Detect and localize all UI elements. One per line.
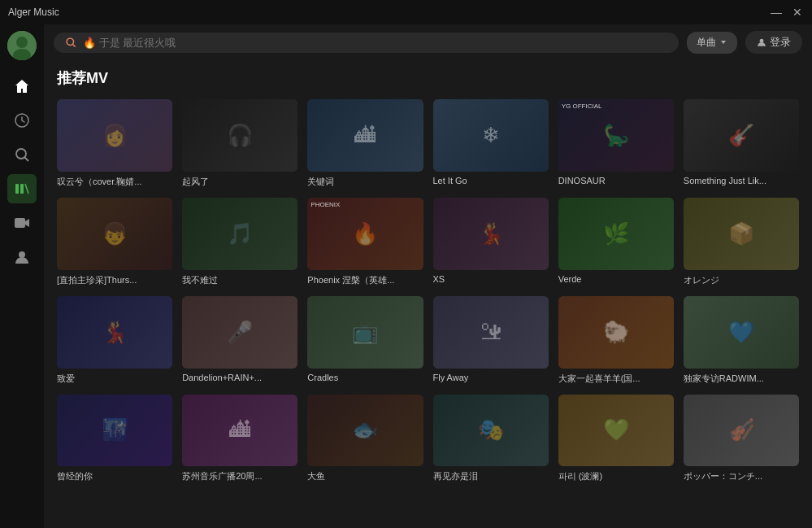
mv-card[interactable]: 📦オレンジ [684, 198, 799, 286]
mv-card[interactable]: 💃致爱 [57, 296, 172, 385]
mv-title: 大家一起喜羊羊(国... [558, 373, 674, 385]
mv-title: 独家专访RADWIM... [684, 373, 799, 385]
login-button[interactable]: 登录 [745, 31, 802, 54]
svg-point-1 [16, 37, 28, 48]
mv-title: 曾经的你 [57, 470, 172, 482]
sidebar-video[interactable] [7, 208, 37, 238]
mv-title: Verde [558, 274, 674, 284]
svg-point-4 [16, 149, 26, 159]
svg-line-11 [72, 44, 75, 46]
mv-card[interactable]: 🌿Verde [558, 198, 674, 286]
window-controls: — ✕ [770, 6, 804, 19]
mv-card[interactable]: 🎻ポッパー：コンチ... [684, 395, 799, 483]
svg-rect-7 [20, 184, 24, 194]
svg-point-10 [67, 38, 73, 45]
searchbar: 单曲 登录 [44, 24, 812, 60]
mv-title: Something Just Lik... [684, 176, 799, 185]
mv-card[interactable]: ❄Let It Go [433, 99, 549, 188]
mv-card[interactable]: 🏙苏州音乐广播20周... [182, 395, 297, 483]
search-input[interactable] [83, 37, 667, 49]
mv-title: Cradles [307, 373, 423, 382]
sidebar-home[interactable] [7, 72, 37, 101]
search-input-wrap[interactable] [54, 33, 679, 53]
mv-title: 关键词 [307, 176, 423, 188]
main-scroll[interactable]: 推荐MV 👩叹云兮（cover.鞠婧...🎧起风了🏙关键词❄Let It Go🦕… [44, 60, 812, 528]
mv-card[interactable]: 💚파리 (波澜) [558, 395, 674, 483]
search-icon [65, 37, 76, 48]
mv-title: XS [433, 274, 549, 284]
mv-title: Dandelion+RAIN+... [182, 373, 297, 382]
search-type-button[interactable]: 单曲 [687, 32, 737, 54]
mv-title: ポッパー：コンチ... [684, 470, 799, 482]
content-area: 单曲 登录 推荐MV 👩叹云兮（cover.鞠婧...🎧起风了🏙关键词❄Let … [44, 24, 812, 528]
sidebar-profile[interactable] [7, 242, 37, 272]
mv-card[interactable]: 🎸Something Just Lik... [684, 99, 799, 188]
mv-title: 苏州音乐广播20周... [182, 470, 297, 482]
mv-title: 叹云兮（cover.鞠婧... [57, 176, 172, 188]
mv-card[interactable]: 🐑大家一起喜羊羊(国... [558, 296, 674, 385]
mv-title: 파리 (波澜) [558, 470, 674, 482]
avatar[interactable] [7, 31, 37, 60]
mv-card[interactable]: 🎭再见亦是泪 [433, 395, 549, 483]
mv-card[interactable]: 🌃曾经的你 [57, 395, 172, 483]
mv-card[interactable]: 🦕YG OFFICIALDINOSAUR [558, 99, 674, 188]
mv-title: 起风了 [182, 176, 297, 188]
sidebar-search[interactable] [7, 140, 37, 169]
mv-card[interactable]: 🎧起风了 [182, 99, 297, 188]
titlebar: Alger Music — ✕ [0, 0, 812, 24]
svg-point-9 [19, 251, 25, 258]
mv-title: Phoenix 涅槃（英雄... [307, 274, 423, 286]
mv-title: Let It Go [433, 176, 549, 185]
minimize-button[interactable]: — [770, 6, 783, 19]
sidebar-library[interactable] [7, 174, 37, 203]
mv-title: 再见亦是泪 [433, 470, 549, 482]
svg-point-12 [760, 39, 764, 43]
mv-card[interactable]: 💃XS [433, 198, 549, 286]
svg-rect-8 [15, 218, 25, 228]
mv-title: 我不难过 [182, 274, 297, 286]
mv-card[interactable]: 🐟大鱼 [307, 395, 423, 483]
mv-title: 大鱼 [307, 470, 423, 482]
sidebar-recent[interactable] [7, 106, 37, 135]
section-title: 推荐MV [57, 68, 799, 88]
close-button[interactable]: ✕ [791, 6, 804, 19]
mv-card[interactable]: 🏜Fly Away [433, 296, 549, 385]
chevron-down-icon [719, 38, 727, 46]
app-title: Alger Music [8, 7, 59, 18]
mv-title: 致爱 [57, 373, 172, 385]
mv-card[interactable]: 💙独家专访RADWIM... [684, 296, 799, 385]
mv-card[interactable]: 👦[直拍主珍采]Thurs... [57, 198, 172, 286]
svg-line-5 [25, 158, 29, 162]
mv-title: オレンジ [684, 274, 799, 286]
mv-grid: 👩叹云兮（cover.鞠婧...🎧起风了🏙关键词❄Let It Go🦕YG OF… [57, 99, 799, 482]
mv-card[interactable]: 🔥PHOENIXPhoenix 涅槃（英雄... [307, 198, 423, 286]
app-body: 单曲 登录 推荐MV 👩叹云兮（cover.鞠婧...🎧起风了🏙关键词❄Let … [0, 24, 812, 528]
mv-card[interactable]: 🎤Dandelion+RAIN+... [182, 296, 297, 385]
svg-rect-6 [15, 184, 19, 194]
mv-card[interactable]: 🏙关键词 [307, 99, 423, 188]
mv-title: Fly Away [433, 373, 549, 382]
mv-card[interactable]: 📺Cradles [307, 296, 423, 385]
mv-title: [直拍主珍采]Thurs... [57, 274, 172, 286]
mv-card[interactable]: 🎵我不难过 [182, 198, 297, 286]
user-icon [757, 37, 766, 47]
sidebar [0, 24, 44, 528]
mv-card[interactable]: 👩叹云兮（cover.鞠婧... [57, 99, 172, 188]
mv-title: DINOSAUR [558, 176, 674, 185]
